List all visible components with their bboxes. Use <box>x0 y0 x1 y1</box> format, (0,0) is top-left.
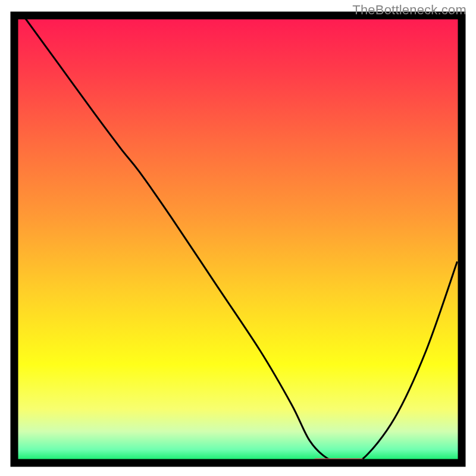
chart-canvas <box>0 0 476 476</box>
watermark-text: TheBottleneck.com <box>352 2 466 18</box>
plot-background <box>14 15 462 463</box>
